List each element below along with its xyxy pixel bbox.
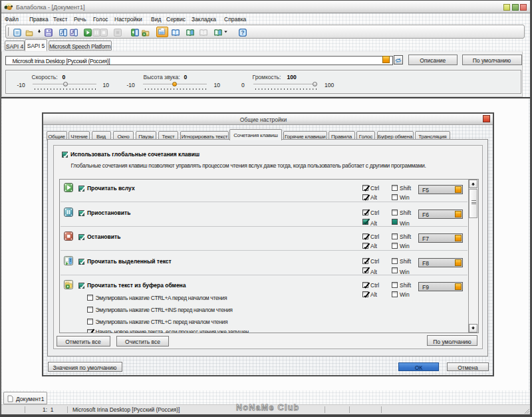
svg-text:?: ?: [241, 30, 244, 36]
